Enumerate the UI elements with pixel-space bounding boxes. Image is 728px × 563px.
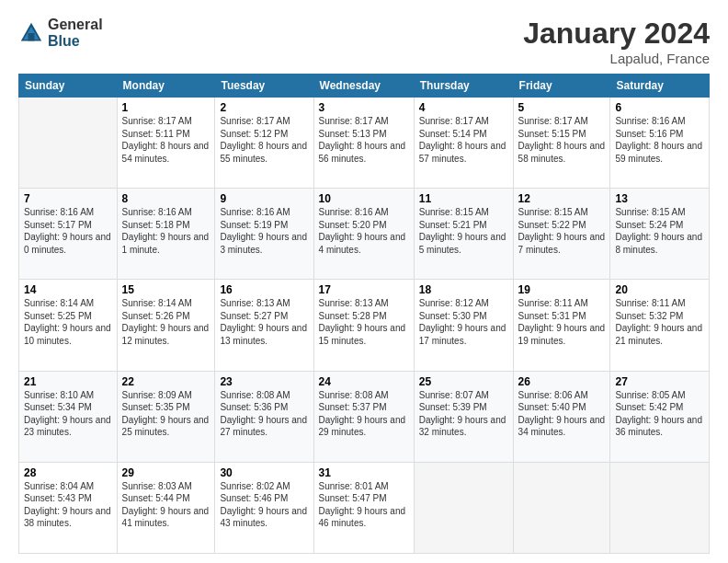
- day-number: 25: [419, 375, 508, 388]
- day-number: 29: [122, 466, 210, 479]
- day-info: Sunrise: 8:16 AMSunset: 5:17 PMDaylight:…: [24, 206, 112, 256]
- day-info: Sunrise: 8:07 AMSunset: 5:39 PMDaylight:…: [419, 389, 508, 439]
- calendar-cell: 20Sunrise: 8:11 AMSunset: 5:32 PMDayligh…: [610, 280, 710, 371]
- calendar-cell: [414, 462, 513, 553]
- calendar-cell: 7Sunrise: 8:16 AMSunset: 5:17 PMDaylight…: [19, 189, 118, 280]
- calendar-cell: 27Sunrise: 8:05 AMSunset: 5:42 PMDayligh…: [610, 371, 710, 462]
- logo-blue-label: Blue: [48, 33, 103, 50]
- calendar-cell: 25Sunrise: 8:07 AMSunset: 5:39 PMDayligh…: [414, 371, 513, 462]
- logo-text: General Blue: [48, 17, 103, 49]
- calendar-cell: 15Sunrise: 8:14 AMSunset: 5:26 PMDayligh…: [117, 280, 215, 371]
- day-info: Sunrise: 8:15 AMSunset: 5:24 PMDaylight:…: [615, 206, 704, 256]
- calendar-cell: [610, 462, 710, 553]
- day-number: 27: [615, 375, 704, 388]
- day-number: 13: [615, 192, 704, 205]
- day-number: 17: [319, 283, 409, 296]
- location: Lapalud, France: [523, 51, 710, 66]
- day-info: Sunrise: 8:17 AMSunset: 5:13 PMDaylight:…: [319, 115, 409, 165]
- day-info: Sunrise: 8:14 AMSunset: 5:25 PMDaylight:…: [24, 297, 112, 347]
- calendar-cell: 6Sunrise: 8:16 AMSunset: 5:16 PMDaylight…: [610, 98, 710, 189]
- calendar-week-row: 1Sunrise: 8:17 AMSunset: 5:11 PMDaylight…: [19, 98, 710, 189]
- day-header-tuesday: Tuesday: [215, 75, 313, 98]
- month-title: January 2024: [523, 17, 710, 51]
- day-number: 24: [319, 375, 409, 388]
- calendar-cell: 30Sunrise: 8:02 AMSunset: 5:46 PMDayligh…: [215, 462, 313, 553]
- day-number: 18: [419, 283, 508, 296]
- day-number: 10: [319, 192, 409, 205]
- title-block: January 2024 Lapalud, France: [523, 17, 710, 66]
- day-number: 3: [319, 101, 409, 114]
- day-info: Sunrise: 8:04 AMSunset: 5:43 PMDaylight:…: [24, 480, 112, 530]
- day-info: Sunrise: 8:16 AMSunset: 5:16 PMDaylight:…: [615, 115, 704, 165]
- calendar-cell: 13Sunrise: 8:15 AMSunset: 5:24 PMDayligh…: [610, 189, 710, 280]
- day-number: 14: [24, 283, 112, 296]
- svg-rect-2: [28, 33, 35, 40]
- calendar-cell: 14Sunrise: 8:14 AMSunset: 5:25 PMDayligh…: [19, 280, 118, 371]
- day-number: 23: [220, 375, 308, 388]
- calendar-cell: 16Sunrise: 8:13 AMSunset: 5:27 PMDayligh…: [215, 280, 313, 371]
- day-info: Sunrise: 8:09 AMSunset: 5:35 PMDaylight:…: [122, 389, 210, 439]
- calendar-cell: 28Sunrise: 8:04 AMSunset: 5:43 PMDayligh…: [19, 462, 118, 553]
- day-number: 6: [615, 101, 704, 114]
- day-info: Sunrise: 8:13 AMSunset: 5:27 PMDaylight:…: [220, 297, 308, 347]
- calendar-cell: 11Sunrise: 8:15 AMSunset: 5:21 PMDayligh…: [414, 189, 513, 280]
- day-number: 7: [24, 192, 112, 205]
- calendar-cell: 21Sunrise: 8:10 AMSunset: 5:34 PMDayligh…: [19, 371, 118, 462]
- calendar-cell: 17Sunrise: 8:13 AMSunset: 5:28 PMDayligh…: [313, 280, 414, 371]
- day-header-wednesday: Wednesday: [313, 75, 414, 98]
- calendar-cell: 22Sunrise: 8:09 AMSunset: 5:35 PMDayligh…: [117, 371, 215, 462]
- day-number: 2: [220, 101, 308, 114]
- day-number: 28: [24, 466, 112, 479]
- calendar-week-row: 7Sunrise: 8:16 AMSunset: 5:17 PMDaylight…: [19, 189, 710, 280]
- day-info: Sunrise: 8:16 AMSunset: 5:19 PMDaylight:…: [220, 206, 308, 256]
- calendar-cell: 9Sunrise: 8:16 AMSunset: 5:19 PMDaylight…: [215, 189, 313, 280]
- calendar-cell: 8Sunrise: 8:16 AMSunset: 5:18 PMDaylight…: [117, 189, 215, 280]
- day-header-monday: Monday: [117, 75, 215, 98]
- logo: General Blue: [18, 17, 103, 49]
- day-number: 31: [319, 466, 409, 479]
- logo-icon: [18, 20, 44, 46]
- day-info: Sunrise: 8:13 AMSunset: 5:28 PMDaylight:…: [319, 297, 409, 347]
- day-info: Sunrise: 8:12 AMSunset: 5:30 PMDaylight:…: [419, 297, 508, 347]
- day-info: Sunrise: 8:05 AMSunset: 5:42 PMDaylight:…: [615, 389, 704, 439]
- logo-general-label: General: [48, 17, 103, 33]
- day-info: Sunrise: 8:11 AMSunset: 5:32 PMDaylight:…: [615, 297, 704, 347]
- day-number: 30: [220, 466, 308, 479]
- day-info: Sunrise: 8:08 AMSunset: 5:36 PMDaylight:…: [220, 389, 308, 439]
- day-number: 26: [518, 375, 606, 388]
- calendar-cell: 29Sunrise: 8:03 AMSunset: 5:44 PMDayligh…: [117, 462, 215, 553]
- day-number: 1: [122, 101, 210, 114]
- calendar-cell: 18Sunrise: 8:12 AMSunset: 5:30 PMDayligh…: [414, 280, 513, 371]
- day-info: Sunrise: 8:17 AMSunset: 5:11 PMDaylight:…: [122, 115, 210, 165]
- day-header-friday: Friday: [513, 75, 610, 98]
- calendar-cell: 5Sunrise: 8:17 AMSunset: 5:15 PMDaylight…: [513, 98, 610, 189]
- calendar-cell: 2Sunrise: 8:17 AMSunset: 5:12 PMDaylight…: [215, 98, 313, 189]
- day-info: Sunrise: 8:08 AMSunset: 5:37 PMDaylight:…: [319, 389, 409, 439]
- day-number: 5: [518, 101, 606, 114]
- day-header-sunday: Sunday: [19, 75, 118, 98]
- day-number: 21: [24, 375, 112, 388]
- day-info: Sunrise: 8:17 AMSunset: 5:12 PMDaylight:…: [220, 115, 308, 165]
- day-number: 9: [220, 192, 308, 205]
- calendar-week-row: 14Sunrise: 8:14 AMSunset: 5:25 PMDayligh…: [19, 280, 710, 371]
- calendar-cell: 4Sunrise: 8:17 AMSunset: 5:14 PMDaylight…: [414, 98, 513, 189]
- calendar-cell: 3Sunrise: 8:17 AMSunset: 5:13 PMDaylight…: [313, 98, 414, 189]
- calendar-table: SundayMondayTuesdayWednesdayThursdayFrid…: [18, 74, 710, 554]
- day-number: 4: [419, 101, 508, 114]
- day-info: Sunrise: 8:17 AMSunset: 5:15 PMDaylight:…: [518, 115, 606, 165]
- day-number: 16: [220, 283, 308, 296]
- day-info: Sunrise: 8:06 AMSunset: 5:40 PMDaylight:…: [518, 389, 606, 439]
- day-number: 15: [122, 283, 210, 296]
- day-number: 22: [122, 375, 210, 388]
- day-info: Sunrise: 8:15 AMSunset: 5:21 PMDaylight:…: [419, 206, 508, 256]
- day-number: 11: [419, 192, 508, 205]
- day-info: Sunrise: 8:14 AMSunset: 5:26 PMDaylight:…: [122, 297, 210, 347]
- day-number: 12: [518, 192, 606, 205]
- calendar-cell: 31Sunrise: 8:01 AMSunset: 5:47 PMDayligh…: [313, 462, 414, 553]
- calendar-header-row: SundayMondayTuesdayWednesdayThursdayFrid…: [19, 75, 710, 98]
- header: General Blue January 2024 Lapalud, Franc…: [18, 17, 710, 66]
- calendar-cell: 12Sunrise: 8:15 AMSunset: 5:22 PMDayligh…: [513, 189, 610, 280]
- calendar-cell: 19Sunrise: 8:11 AMSunset: 5:31 PMDayligh…: [513, 280, 610, 371]
- day-number: 8: [122, 192, 210, 205]
- day-info: Sunrise: 8:02 AMSunset: 5:46 PMDaylight:…: [220, 480, 308, 530]
